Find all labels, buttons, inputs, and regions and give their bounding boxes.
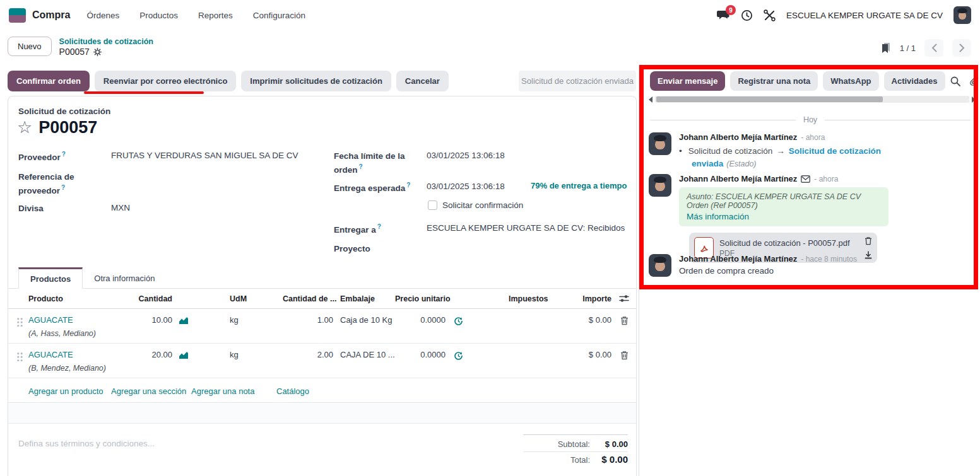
- price-history-icon[interactable]: [454, 351, 463, 361]
- product-link[interactable]: AGUACATE: [28, 315, 73, 325]
- scroll-right-icon[interactable]: [972, 96, 976, 103]
- resend-email-button[interactable]: Reenviar por correo electrónico: [95, 71, 237, 91]
- proveedor-label: Proveedor?: [18, 150, 66, 163]
- activities-button[interactable]: Actividades: [884, 71, 945, 91]
- whatsapp-button[interactable]: WhatsApp: [823, 71, 878, 91]
- menu-productos[interactable]: Productos: [139, 11, 178, 20]
- pager-next-button[interactable]: [952, 39, 971, 57]
- divisa-value[interactable]: MXN: [111, 202, 130, 214]
- proyecto-label: Proyecto: [334, 243, 370, 255]
- favorite-star-icon[interactable]: ☆: [17, 119, 32, 136]
- entrega-esperada-value[interactable]: 03/01/2025 13:06:18: [427, 181, 505, 193]
- cancel-button[interactable]: Cancelar: [396, 71, 449, 91]
- col-precio-unitario[interactable]: Precio unitario: [395, 294, 451, 303]
- author-avatar[interactable]: [649, 132, 671, 155]
- tracking-field-name: (Estado): [726, 160, 756, 168]
- scrollbar-thumb[interactable]: [656, 96, 883, 102]
- breadcrumb-parent[interactable]: Solicitudes de cotización: [59, 37, 153, 46]
- price-history-icon[interactable]: [454, 316, 463, 326]
- bookmark-icon[interactable]: [881, 42, 891, 54]
- log-note-button[interactable]: Registrar una nota: [730, 71, 818, 91]
- message-author[interactable]: Johann Alberto Mejía Martínez: [679, 254, 797, 264]
- fecha-limite-value[interactable]: 03/01/2025 13:06:18: [427, 150, 505, 162]
- total-divider: [523, 451, 628, 452]
- message-author[interactable]: Johann Alberto Mejía Martínez: [679, 132, 797, 142]
- help-icon: ?: [406, 182, 410, 189]
- col-embalaje[interactable]: Embalaje: [340, 294, 375, 303]
- delete-row-icon[interactable]: [620, 351, 629, 360]
- scroll-left-icon[interactable]: [649, 96, 652, 103]
- add-note-link[interactable]: Agregar una nota: [191, 386, 254, 396]
- menu-reportes[interactable]: Reportes: [198, 11, 233, 20]
- cantidad-value[interactable]: 10.00: [122, 315, 172, 325]
- app-name[interactable]: Compra: [32, 9, 70, 21]
- tab-productos[interactable]: Productos: [18, 267, 83, 289]
- new-button[interactable]: Nuevo: [8, 37, 52, 56]
- proveedor-value[interactable]: FRUTAS Y VERDURAS SAN MIGUEL SA DE CV – …: [111, 150, 299, 162]
- arrow-right-icon: [772, 146, 789, 156]
- page-title: P00057: [38, 118, 97, 137]
- udm-value[interactable]: kg: [230, 315, 239, 325]
- help-icon: ?: [62, 151, 66, 158]
- send-message-button[interactable]: Enviar mensaje: [650, 71, 725, 91]
- pager-prev-button[interactable]: [924, 39, 943, 57]
- chatter-scrollbar[interactable]: [649, 95, 976, 103]
- attachment-name[interactable]: Solicitud de cotización - P00057.pdf: [719, 238, 859, 248]
- activities-clock-icon[interactable]: [741, 9, 753, 21]
- cantidad-de-value[interactable]: 1.00: [280, 315, 333, 325]
- add-product-link[interactable]: Agregar un producto: [28, 386, 103, 396]
- optional-columns-icon[interactable]: [619, 294, 629, 303]
- add-section-link[interactable]: Agregar una sección: [111, 386, 186, 396]
- col-cantidad-de[interactable]: Cantidad de ...: [283, 294, 336, 303]
- attachments-icon[interactable]: 1: [970, 76, 980, 86]
- author-avatar[interactable]: [649, 254, 671, 277]
- print-rfq-button[interactable]: Imprimir solicitudes de cotización: [241, 71, 391, 91]
- catalog-link[interactable]: Catálogo: [276, 386, 309, 396]
- cantidad-value[interactable]: 20.00: [122, 350, 172, 359]
- menu-configuracion[interactable]: Configuración: [253, 11, 305, 20]
- col-importe[interactable]: Importe: [548, 294, 611, 303]
- confirm-order-button[interactable]: Confirmar orden: [8, 71, 90, 91]
- table-row[interactable]: AGUACATE 20.00 kg 2.00 CAJA DE 10 ... 0.…: [8, 344, 636, 378]
- col-udm[interactable]: UdM: [230, 294, 247, 303]
- terms-placeholder[interactable]: Defina sus términos y condiciones...: [18, 439, 155, 448]
- importe-value[interactable]: $ 0.00: [548, 350, 611, 359]
- solicitar-confirmacion-checkbox[interactable]: [428, 200, 437, 210]
- tracking-old-value: Solicitud de cotización: [688, 146, 773, 156]
- col-producto[interactable]: Producto: [28, 294, 63, 303]
- col-impuestos[interactable]: Impuestos: [509, 294, 548, 303]
- table-row[interactable]: AGUACATE 10.00 kg 1.00 Caja de 10 Kg 0.0…: [8, 309, 636, 344]
- on-time-delivery-badge[interactable]: 79% de entrega a tiempo: [531, 181, 627, 190]
- user-avatar[interactable]: [953, 6, 971, 24]
- udm-value[interactable]: kg: [230, 350, 239, 359]
- importe-value[interactable]: $ 0.00: [548, 315, 611, 325]
- product-link[interactable]: AGUACATE: [28, 350, 73, 359]
- tools-icon[interactable]: [764, 9, 776, 21]
- app-logo-icon[interactable]: [9, 8, 26, 23]
- more-info-link[interactable]: Más información: [687, 212, 881, 221]
- cantidad-de-value[interactable]: 2.00: [280, 350, 333, 359]
- menu-ordenes[interactable]: Órdenes: [86, 11, 119, 20]
- forecast-chart-icon[interactable]: [179, 316, 189, 325]
- delete-row-icon[interactable]: [620, 316, 629, 325]
- breadcrumb: Nuevo Solicitudes de cotización P00057: [8, 37, 153, 57]
- search-messages-icon[interactable]: [950, 76, 960, 86]
- gear-icon[interactable]: [93, 48, 102, 56]
- drag-handle-icon[interactable]: [16, 352, 23, 361]
- message-author[interactable]: Johann Alberto Mejía Martínez: [679, 174, 797, 183]
- entregar-a-value[interactable]: ESCUELA KEMPER URGATE SA DE CV: Recibido…: [427, 223, 625, 235]
- tab-otra-informacion[interactable]: Otra información: [83, 267, 166, 289]
- precio-value[interactable]: 0.0000: [387, 350, 446, 359]
- company-name[interactable]: ESCUELA KEMPER URGATE SA DE CV: [786, 11, 943, 20]
- precio-value[interactable]: 0.0000: [387, 315, 446, 325]
- navbar-right: 9 ESCUELA KEMPER URGATE SA DE CV: [716, 6, 971, 24]
- col-cantidad[interactable]: Cantidad: [122, 294, 172, 303]
- embalaje-value[interactable]: Caja de 10 Kg: [340, 315, 392, 325]
- delete-attachment-icon[interactable]: [865, 236, 872, 245]
- forecast-chart-icon[interactable]: [179, 351, 189, 359]
- author-avatar[interactable]: [649, 174, 671, 197]
- total-label: Total:: [546, 455, 590, 465]
- messages-icon[interactable]: 9: [716, 9, 730, 21]
- drag-handle-icon[interactable]: [16, 317, 23, 327]
- status-badge: Solicitud de cotización enviada: [519, 71, 636, 91]
